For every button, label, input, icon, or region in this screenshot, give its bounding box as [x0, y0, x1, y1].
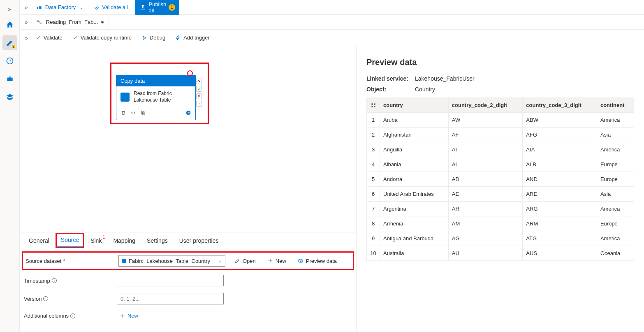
pipeline-canvas[interactable]: Copy data Read from Fabric Lakehouse Tab… — [20, 46, 356, 232]
validate-all-button[interactable]: Validate all — [90, 2, 132, 12]
code-icon[interactable] — [130, 110, 136, 116]
table-index-header — [367, 98, 380, 113]
nav-home[interactable] — [2, 17, 17, 32]
table-row: 8ArmeniaAMARMEurope — [367, 216, 634, 231]
new-label: New — [276, 258, 286, 264]
action-row: » Validate Validate copy runtime Debug A… — [20, 30, 644, 46]
version-row: Version i — [24, 293, 352, 304]
tab-settings[interactable]: Settings — [142, 234, 173, 247]
validate-button[interactable]: Validate — [31, 32, 67, 43]
add-trigger-button[interactable]: Add trigger — [171, 32, 214, 43]
tab-general[interactable]: General — [24, 234, 54, 247]
table-cell: America — [597, 113, 634, 128]
add-column-label: New — [127, 313, 138, 319]
play-icon — [141, 35, 147, 41]
additional-columns-row: Additional columns i New — [24, 311, 352, 320]
table-cell: Australia — [380, 246, 449, 261]
handle-success-icon[interactable]: ✓ — [196, 86, 202, 92]
add-trigger-label: Add trigger — [183, 35, 210, 41]
check-all-icon — [94, 5, 100, 10]
publish-all-label: Publish all — [148, 1, 166, 14]
table-cell: AM — [448, 216, 523, 231]
handle-fail-icon[interactable]: ✕ — [196, 93, 202, 99]
activity-type-label: Copy data — [116, 75, 195, 86]
activity-name-line1: Read from Fabric — [134, 91, 172, 97]
validate-copy-button[interactable]: Validate copy runtime — [68, 32, 136, 43]
source-dataset-row: Source dataset * Fabirc_Lakehouse_Table_… — [24, 253, 352, 268]
table-cell: AW — [448, 113, 523, 128]
validate-copy-label: Validate copy runtime — [81, 35, 132, 41]
table-cell: ATG — [523, 231, 597, 246]
tab-mapping[interactable]: Mapping — [108, 234, 140, 247]
table-cell: Afghanistan — [380, 128, 449, 142]
plus-icon — [267, 258, 273, 264]
arrow-right-icon[interactable] — [185, 110, 191, 116]
col-code2: country_code_2_digit — [448, 98, 523, 113]
row-index: 5 — [367, 172, 380, 187]
table-cell: AU — [448, 246, 523, 261]
svg-rect-7 — [40, 23, 42, 24]
table-row: 3AnguillaAIAIAAmerica — [367, 142, 634, 157]
activity-status-icon — [187, 70, 193, 76]
brand-selector[interactable]: Data Factory ⌄ — [33, 2, 86, 12]
nav-monitor[interactable] — [2, 53, 17, 68]
gauge-icon — [6, 57, 14, 65]
row-index: 9 — [367, 231, 380, 246]
source-dataset-select[interactable]: Fabirc_Lakehouse_Table_Country ⌄ — [118, 255, 225, 267]
preview-data-button[interactable]: Preview data — [295, 256, 339, 266]
topbar: » Data Factory ⌄ Validate all Publish al… — [20, 0, 644, 15]
table-cell: AUS — [523, 246, 597, 261]
version-label: Version i — [24, 296, 110, 302]
tabrow-expand-icon[interactable]: » — [23, 17, 30, 27]
file-tab[interactable]: Reading_From_Fab... — [31, 15, 109, 30]
publish-all-button[interactable]: Publish all 1 — [135, 0, 179, 15]
tab-sink-badge: 1 — [103, 235, 105, 239]
svg-rect-4 — [39, 6, 40, 9]
copy-icon[interactable] — [140, 110, 146, 116]
timestamp-label: Timestamp i — [24, 278, 110, 284]
check-icon — [35, 35, 41, 41]
open-dataset-button[interactable]: Open — [232, 256, 258, 266]
new-dataset-button[interactable]: New — [265, 256, 289, 266]
activity-body: Read from Fabric Lakehouse Table — [116, 86, 195, 107]
add-column-button[interactable]: New — [117, 311, 141, 320]
nav-expand-icon[interactable]: » — [6, 3, 14, 15]
table-cell: AD — [448, 172, 523, 187]
graduation-icon — [6, 93, 14, 101]
debug-button[interactable]: Debug — [137, 32, 169, 43]
table-cell: Andorra — [380, 172, 449, 187]
trash-icon[interactable] — [120, 110, 126, 116]
content: Copy data Read from Fabric Lakehouse Tab… — [20, 46, 644, 332]
file-tab-row: » Reading_From_Fab... — [20, 15, 644, 30]
tab-source[interactable]: Source — [56, 233, 84, 248]
source-dataset-label: Source dataset * — [25, 258, 112, 264]
actionrow-expand-icon[interactable]: » — [23, 33, 30, 43]
version-input[interactable] — [117, 293, 224, 304]
table-cell: AIA — [523, 142, 597, 157]
handle-skip-icon[interactable]: ↷ — [196, 79, 202, 84]
timestamp-input[interactable] — [117, 275, 224, 286]
table-cell: AFG — [523, 128, 597, 142]
object-label: Object: — [366, 86, 412, 93]
table-row: 7ArgentinaARARGAmerica — [367, 202, 634, 216]
nav-manage[interactable] — [2, 72, 17, 86]
copy-activity-node[interactable]: Copy data Read from Fabric Lakehouse Tab… — [116, 75, 196, 120]
file-tab-name: Reading_From_Fab... — [46, 19, 98, 25]
table-cell: Europe — [597, 216, 634, 231]
info-icon[interactable]: i — [70, 313, 75, 318]
preview-pane: Preview data Linked service: Lakehouse_F… — [356, 46, 644, 332]
grid-icon — [371, 102, 376, 108]
tab-sink[interactable]: Sink 1 — [86, 234, 107, 247]
topbar-expand-icon[interactable]: » — [23, 2, 30, 12]
info-icon[interactable]: i — [43, 296, 48, 301]
nav-author[interactable]: 1 — [2, 35, 17, 50]
info-icon[interactable]: i — [52, 278, 57, 283]
additional-columns-label: Additional columns i — [24, 313, 110, 319]
tab-user-properties[interactable]: User properties — [174, 234, 224, 247]
nav-learn[interactable] — [2, 90, 17, 104]
table-row: 5AndorraADANDEurope — [367, 172, 634, 187]
row-index: 6 — [367, 187, 380, 202]
bottom-tabs: General Source Sink 1 Mapping Settings U… — [20, 232, 356, 248]
handle-complete-icon[interactable]: → — [196, 101, 202, 107]
unsaved-dot-icon — [101, 21, 104, 23]
